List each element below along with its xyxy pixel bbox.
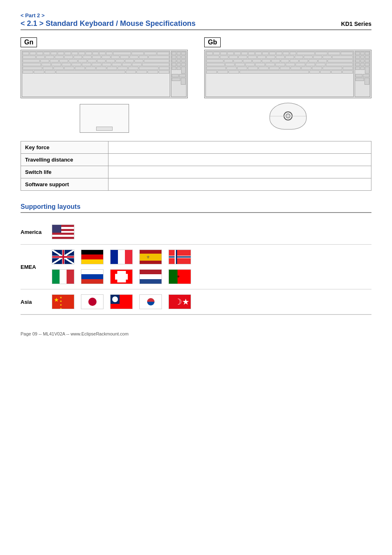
mk-key xyxy=(23,63,41,66)
mk-key xyxy=(97,59,106,62)
flag-cn: ★ ★★★★ xyxy=(52,294,74,309)
mouse-image xyxy=(263,102,313,130)
it-red xyxy=(67,270,74,284)
mk-np-key xyxy=(365,63,369,66)
title-bar: < 2.1 > Standard Keyboard / Mouse Specif… xyxy=(21,19,371,30)
mk-key xyxy=(320,70,331,74)
mk-key xyxy=(42,63,51,66)
mk-key xyxy=(75,67,85,70)
flags-emea-row1: ⚜ xyxy=(52,250,371,264)
mk-key xyxy=(309,70,320,74)
mk-key xyxy=(36,56,45,59)
mk-key xyxy=(53,67,64,70)
spec-row: Travelling distance xyxy=(21,154,371,166)
tw-sun xyxy=(112,296,118,302)
mk-key xyxy=(323,56,332,59)
mk-key xyxy=(290,59,299,62)
layout-row-america: America xyxy=(21,220,371,245)
mk-key xyxy=(144,59,169,62)
mk-np-key xyxy=(181,52,186,55)
ru-blue xyxy=(81,274,103,279)
keyboard-label-gn: Gn xyxy=(21,37,37,47)
kr-circle xyxy=(147,298,154,305)
mk-key xyxy=(286,63,295,66)
fr-blue xyxy=(111,250,118,264)
mk-key xyxy=(220,56,229,59)
mk-key xyxy=(220,52,227,55)
mk-np-key xyxy=(181,78,186,85)
mk-key xyxy=(78,59,87,62)
mk-key xyxy=(113,52,131,55)
footer-text: Page 09 -- ML41V02A -- www.EclipseRackmo… xyxy=(21,331,129,336)
mk-key xyxy=(262,52,269,55)
mk-key xyxy=(111,56,120,59)
spec-value xyxy=(108,154,371,166)
mk-key xyxy=(262,59,271,62)
mk-key xyxy=(342,70,353,74)
flag-kr xyxy=(139,294,162,309)
mk-key xyxy=(129,56,138,59)
mk-key xyxy=(331,70,342,74)
mk-key xyxy=(106,52,113,55)
mk-np-key xyxy=(177,56,181,59)
mk-key xyxy=(134,59,143,62)
mk-key xyxy=(157,52,169,55)
mk-key xyxy=(64,56,73,59)
mk-np-key xyxy=(365,59,369,62)
mk-np-key xyxy=(364,78,369,85)
mk-key xyxy=(125,59,134,62)
mk-np-key xyxy=(172,56,176,59)
mk-key xyxy=(71,63,81,66)
mk-key xyxy=(85,67,96,70)
specs-table: Key forceTravelling distanceSwitch lifeS… xyxy=(21,141,371,191)
mk-key xyxy=(213,52,220,55)
mk-key xyxy=(269,52,276,55)
region-label-america: America xyxy=(21,229,45,235)
ru-white xyxy=(81,270,103,274)
mk-key xyxy=(120,56,129,59)
it-white xyxy=(60,270,67,284)
mk-key xyxy=(37,52,43,55)
mk-key xyxy=(252,59,261,62)
mk-key xyxy=(122,63,131,66)
cn-small-stars: ★★★★ xyxy=(60,296,62,309)
mk-key xyxy=(132,63,141,66)
spec-label: Travelling distance xyxy=(21,154,108,166)
mk-key xyxy=(234,52,241,55)
mouse-body xyxy=(270,103,307,130)
touchpad-gn xyxy=(80,104,129,133)
mk-key xyxy=(51,52,57,55)
spec-value xyxy=(108,166,371,178)
mk-key xyxy=(148,56,169,59)
footer: Page 09 -- ML41V02A -- www.EclipseRackmo… xyxy=(21,331,371,336)
mk-key xyxy=(78,52,85,55)
mk-key xyxy=(276,56,285,59)
spec-row: Switch life xyxy=(21,166,371,178)
mk-key xyxy=(275,63,285,66)
mk-key xyxy=(59,59,68,62)
mk-key xyxy=(92,63,101,66)
mk-key xyxy=(217,70,228,74)
spec-label: Software support xyxy=(21,178,108,191)
mk-key xyxy=(304,56,313,59)
mk-key xyxy=(323,67,342,70)
series-label: KD1 Series xyxy=(341,21,371,27)
layouts-bottom-border xyxy=(21,314,371,315)
uk-cross-v xyxy=(62,250,64,264)
tr-crescent: ☽★ xyxy=(175,297,189,307)
flags-emea-row2: ⚜ xyxy=(52,269,371,284)
no-v-blue xyxy=(176,250,177,264)
mk-key xyxy=(271,59,280,62)
spec-value xyxy=(108,141,371,154)
mk-key xyxy=(241,52,248,55)
spec-label: Switch life xyxy=(21,166,108,178)
mk-key xyxy=(332,56,353,59)
mk-np-key xyxy=(360,67,365,70)
mk-key xyxy=(45,56,54,59)
mk-key xyxy=(258,67,269,70)
breadcrumb: < Part 2 > xyxy=(21,12,371,18)
mk-key xyxy=(69,59,78,62)
mk-key xyxy=(107,67,117,70)
spec-label: Key force xyxy=(21,141,108,154)
nl-red xyxy=(140,270,161,274)
